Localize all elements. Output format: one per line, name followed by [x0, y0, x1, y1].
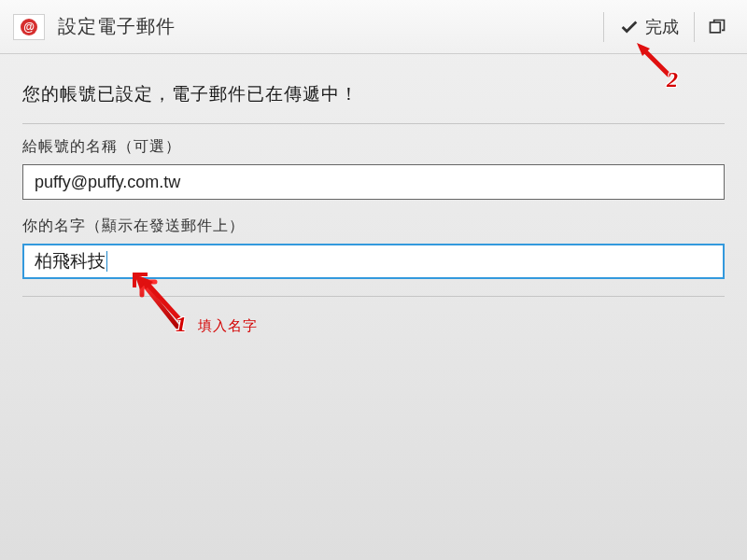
your-name-value: 柏飛科技	[35, 249, 106, 273]
content-area: 您的帳號已設定，電子郵件已在傳遞中！ 給帳號的名稱（可選） 你的名字（顯示在發送…	[0, 54, 747, 338]
expand-button[interactable]	[700, 0, 734, 53]
header-actions: 完成	[598, 0, 734, 53]
done-label: 完成	[645, 16, 679, 38]
your-name-label: 你的名字（顯示在發送郵件上）	[22, 217, 725, 236]
your-name-field-group: 你的名字（顯示在發送郵件上） 柏飛科技	[22, 217, 725, 279]
svg-rect-0	[711, 22, 721, 33]
your-name-input[interactable]: 柏飛科技	[22, 244, 725, 279]
header-title: 設定電子郵件	[58, 14, 598, 39]
done-button[interactable]: 完成	[610, 0, 688, 53]
header-bar: @ 設定電子郵件 完成	[0, 0, 747, 54]
page-heading: 您的帳號已設定，電子郵件已在傳遞中！	[22, 82, 725, 106]
app-icon: @	[13, 14, 45, 40]
account-name-field-group: 給帳號的名稱（可選）	[22, 137, 725, 200]
account-name-input[interactable]	[22, 164, 725, 200]
divider	[22, 296, 725, 297]
expand-icon	[708, 18, 726, 36]
divider	[694, 12, 695, 42]
checkmark-icon	[619, 17, 640, 37]
account-name-label: 給帳號的名稱（可選）	[22, 137, 725, 157]
text-cursor	[106, 251, 107, 272]
divider	[22, 123, 725, 124]
email-at-icon: @	[21, 19, 37, 35]
divider	[603, 12, 604, 42]
